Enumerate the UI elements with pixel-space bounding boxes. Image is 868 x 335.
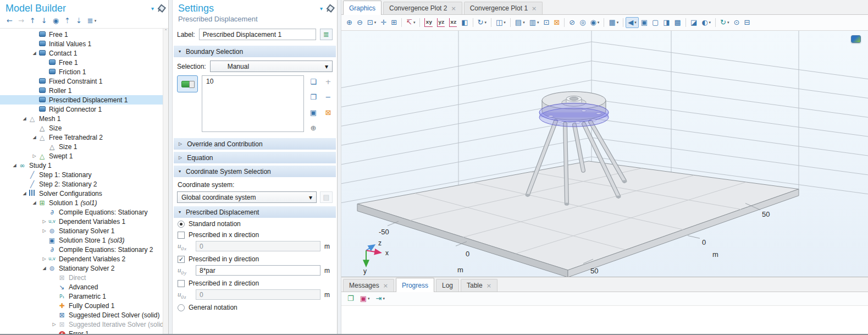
tree-expand-icon[interactable]: ▷ <box>41 219 48 224</box>
tree-item[interactable]: Free 1 <box>0 30 168 39</box>
selection-list[interactable]: 10 <box>202 75 304 132</box>
panel-menu-icon[interactable]: ▾ <box>151 6 154 12</box>
tree-item[interactable]: △Size <box>0 123 168 133</box>
tree-item[interactable]: △Size 1 <box>0 142 168 151</box>
tab-progress[interactable]: Progress <box>396 278 434 292</box>
section-prescribed-displacement[interactable]: ▾ Prescribed Displacement <box>174 206 336 218</box>
close-tab-icon[interactable]: × <box>451 5 456 12</box>
open-in-window-button[interactable]: ❐ <box>345 293 356 304</box>
tree-expand-icon[interactable]: ◢ <box>41 266 48 271</box>
close-tab-icon[interactable]: × <box>383 282 388 289</box>
tree-item[interactable]: ⊠Suggested Direct Solver (solid) <box>0 310 168 320</box>
clear-selection-button[interactable]: ⊠ <box>323 107 334 118</box>
tree-expand-icon[interactable]: ◢ <box>21 116 28 121</box>
tree-scrollbar[interactable]: ⌃ <box>163 29 168 334</box>
tree-item[interactable]: P₁Parametric 1 <box>0 292 168 301</box>
node-text-dropdown[interactable]: ≣▾ <box>85 15 98 26</box>
grid-view-button[interactable]: ▩ <box>672 17 683 28</box>
go-to-view-dropdown[interactable]: ↸▾ <box>404 17 417 28</box>
selection-list-item[interactable]: 10 <box>206 78 300 85</box>
back-button[interactable]: ← <box>4 15 15 26</box>
label-input[interactable]: Prescribed Displacement 1 <box>199 29 316 40</box>
tab-table[interactable]: Table× <box>461 279 497 292</box>
remove-from-selection-button[interactable]: − <box>323 92 334 103</box>
general-notation-radio[interactable] <box>178 304 185 311</box>
pan-to-selection-button[interactable]: ⊕ <box>308 123 319 134</box>
tree-item[interactable]: ∂Compile Equations: Stationary <box>0 207 168 217</box>
tree-item[interactable]: Free 1 <box>0 58 168 67</box>
paste-selection-button[interactable]: ▣ <box>308 107 319 118</box>
plot-window-button[interactable]: ◨ <box>661 17 672 28</box>
view-xz-button[interactable]: xz <box>447 17 459 29</box>
panel-divider[interactable] <box>169 0 173 334</box>
selected-boundary-highlight[interactable] <box>539 103 609 127</box>
tree-item[interactable]: ▣Solution Store 1(sol3) <box>0 235 168 245</box>
section-coordinate-system[interactable]: ▾ Coordinate System Selection <box>174 165 336 177</box>
tree-item[interactable]: Roller 1 <box>0 86 168 95</box>
tree-item[interactable]: Rigid Connector 1 <box>0 105 168 114</box>
panel-menu-icon[interactable]: ▾ <box>320 6 323 12</box>
rotate-dropdown[interactable]: ↻▾ <box>476 17 489 28</box>
material-rendering-dropdown[interactable]: ◫▾ <box>494 17 508 28</box>
tree-expand-icon[interactable]: ◢ <box>31 51 38 56</box>
view-yz-button[interactable]: yz <box>435 17 447 29</box>
pin-icon[interactable] <box>324 3 334 14</box>
active-toggle-button[interactable] <box>177 75 198 92</box>
copy-selection-button[interactable]: ❐ <box>308 92 319 103</box>
tree-item[interactable]: ∂Compile Equations: Stationary 2 <box>0 245 168 254</box>
zoom-to-selection-button[interactable]: ⊞ <box>389 17 399 28</box>
transparency-button[interactable]: ◪ <box>688 17 699 28</box>
hide-selected-button[interactable]: ⊘ <box>567 17 577 28</box>
axis-box-button[interactable]: ▢ <box>650 17 661 28</box>
tree-item[interactable]: ▷u,vDependent Variables 1 <box>0 217 168 226</box>
section-equation[interactable]: ▷ Equation <box>174 151 336 163</box>
tree-item[interactable]: ✚Fully Coupled 1 <box>0 301 168 310</box>
graphics-canvas[interactable]: -50 0 50 m 50 0 m z x y <box>341 31 868 277</box>
wireframe-rendering-dropdown[interactable]: ▦▾ <box>606 17 621 28</box>
close-tab-icon[interactable]: × <box>486 282 491 289</box>
close-tab-icon[interactable]: × <box>532 5 537 12</box>
tree-item[interactable]: ◢⊞Solution 1(sol1) <box>0 198 168 207</box>
tree-item[interactable]: ╱Step 2: Stationary 2 <box>0 179 168 189</box>
direction-checkbox[interactable] <box>178 232 185 239</box>
pin-icon[interactable] <box>156 3 165 14</box>
add-to-selection-button[interactable]: + <box>323 76 334 87</box>
panel-divider[interactable] <box>338 0 341 334</box>
visibility-dropdown[interactable]: ◉▾ <box>588 17 602 28</box>
scroll-up-icon[interactable]: ⌃ <box>163 29 168 34</box>
deselect-box-button[interactable]: ⊠ <box>551 17 562 28</box>
progress-display-dropdown[interactable]: ▣▾ <box>358 293 372 304</box>
full-screen-button[interactable]: ▣ <box>639 17 650 28</box>
tree-item[interactable]: ⊠Direct <box>0 273 168 282</box>
environment-reflections-dropdown[interactable]: ▥▾ <box>527 17 541 28</box>
tree-expand-icon[interactable]: ▷ <box>51 322 58 327</box>
tree-expand-icon[interactable]: ▷ <box>41 228 48 233</box>
tree-item[interactable]: Friction 1 <box>0 67 168 76</box>
selection-dropdown[interactable]: Manual ▾ <box>210 61 333 72</box>
show-button[interactable]: ◉ <box>51 15 61 26</box>
displacement-input[interactable]: 8*par <box>196 265 320 276</box>
tree-item[interactable]: ╱Step 1: Stationary <box>0 170 168 179</box>
tab-graphics[interactable]: Graphics <box>343 1 382 15</box>
tree-item[interactable]: ◢⊚Stationary Solver 2 <box>0 263 168 273</box>
graphics-window-button[interactable] <box>851 35 861 43</box>
view-xy-button[interactable]: xy <box>422 17 435 29</box>
continue-dropdown[interactable]: ⇥▾ <box>373 293 386 304</box>
tree-item[interactable]: ✗Error 1 <box>0 329 168 334</box>
tree-expand-icon[interactable]: ◢ <box>31 200 38 205</box>
tab-log[interactable]: Log <box>436 279 459 292</box>
tree-expand-icon[interactable]: ▷ <box>31 153 38 158</box>
move-down-button[interactable]: ↓ <box>39 15 49 26</box>
color-theme-dropdown[interactable]: ◐▾ <box>699 17 713 28</box>
tree-item[interactable]: ◢∞Study 1 <box>0 161 168 170</box>
direction-checkbox[interactable]: ✓ <box>178 256 185 263</box>
tree-item[interactable]: ▷⊚Stationary Solver 1 <box>0 226 168 235</box>
tree-item[interactable]: ▷u,vDependent Variables 2 <box>0 254 168 263</box>
refresh-scene-dropdown[interactable]: ↻▾ <box>718 17 731 28</box>
coordinate-system-dropdown[interactable]: Global coordinate system ▾ <box>177 191 317 203</box>
tree-item[interactable]: ▷△Swept 1 <box>0 151 168 161</box>
tab-convergence-plot-2[interactable]: Convergence Plot 2× <box>383 2 462 14</box>
rename-button[interactable]: ≣ <box>320 29 333 40</box>
zoom-extents-button[interactable]: ✛ <box>378 17 389 28</box>
tree-expand-icon[interactable]: ▷ <box>41 256 48 261</box>
